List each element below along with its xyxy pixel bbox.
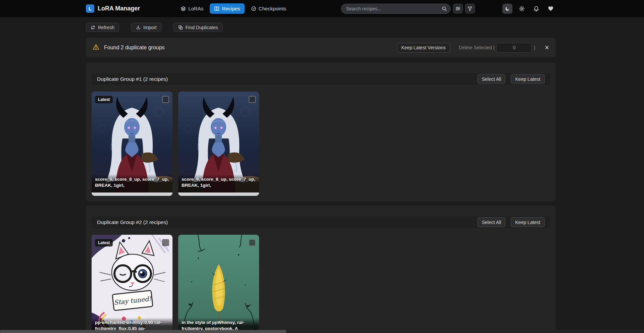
bell-icon [533, 6, 539, 12]
refresh-button-label: Refresh [98, 25, 114, 30]
group-2-cards: Latest pp-enchanted-whimsy:0.90 ral-frct… [92, 235, 550, 333]
tab-checkpoints[interactable]: Checkpoints [247, 3, 291, 14]
select-checkbox[interactable] [249, 239, 256, 246]
delete-count-input[interactable] [497, 43, 532, 53]
top-nav-bar: L LoRA Manager LoRAs Recipes [0, 0, 644, 17]
heart-icon [548, 6, 554, 12]
tab-loras-label: LoRAs [188, 6, 203, 11]
group-2-keep-latest-button[interactable]: Keep Latest [511, 217, 545, 227]
horizontal-scrollbar-thumb[interactable] [0, 330, 286, 333]
search-input[interactable] [341, 4, 451, 14]
recipe-card[interactable]: Latest pp-enchanted-whimsy:0.90 ral-frct… [92, 235, 172, 333]
recipe-book-icon [214, 6, 219, 11]
main-nav: LoRAs Recipes Checkpoints [176, 3, 291, 14]
close-icon: × [545, 43, 549, 52]
nav-right-actions [502, 4, 556, 14]
latest-badge: Latest [95, 239, 113, 246]
group-1-header: Duplicate Group #1 (2 recipes) Select Al… [92, 73, 550, 85]
duplicates-alert-banner: Found 2 duplicate groups Keep Latest Ver… [86, 38, 556, 57]
recipe-card[interactable]: Latest score_9, score_8_up, score_7_up, … [92, 92, 172, 196]
recipe-caption: score_9, score_8_up, score_7_up, BREAK, … [92, 174, 172, 192]
recipes-toolbar: Refresh Import Find Duplicates [86, 23, 556, 32]
group-2-actions: Select All Keep Latest [478, 217, 545, 227]
main-content: Refresh Import Find Duplicates [86, 23, 556, 333]
tab-checkpoints-label: Checkpoints [259, 6, 287, 11]
select-checkbox[interactable] [162, 96, 169, 103]
horizontal-scrollbar[interactable] [0, 330, 644, 333]
group-2-title: Duplicate Group #2 (2 recipes) [97, 219, 168, 225]
group-2-select-all-button[interactable]: Select All [478, 217, 506, 227]
delete-selected-prefix: Delete Selected ( [459, 45, 495, 50]
duplicate-group-panel-1: Duplicate Group #1 (2 recipes) Select Al… [86, 62, 556, 202]
tab-recipes[interactable]: Recipes [210, 3, 244, 14]
import-button-label: Import [143, 25, 157, 30]
app-title: LoRA Manager [98, 5, 140, 12]
select-checkbox[interactable] [162, 239, 169, 246]
group-1-title: Duplicate Group #1 (2 recipes) [97, 76, 168, 82]
import-button[interactable]: Import [131, 23, 161, 32]
filter-button[interactable] [465, 4, 475, 13]
delete-selected-suffix: ) [534, 45, 535, 50]
group-1-actions: Select All Keep Latest [478, 74, 545, 84]
app-logo-letter: L [89, 6, 92, 11]
refresh-button[interactable]: Refresh [86, 23, 119, 32]
funnel-icon [467, 6, 473, 11]
group-1-keep-latest-button[interactable]: Keep Latest [511, 74, 545, 84]
recipe-caption: score_9, score_8_up, score_7_up, BREAK, … [178, 174, 259, 192]
sliders-icon [455, 6, 460, 11]
import-icon [136, 25, 141, 30]
group-1-cards: Latest score_9, score_8_up, score_7_up, … [92, 92, 550, 196]
card-footer [178, 192, 259, 196]
app-brand: L LoRA Manager [86, 4, 140, 13]
keep-latest-versions-button[interactable]: Keep Latest Versions [397, 43, 450, 53]
delete-selected-group: Delete Selected ( ) [459, 43, 535, 53]
duplicates-icon [178, 25, 183, 30]
moon-icon [505, 6, 510, 11]
group-2-header: Duplicate Group #2 (2 recipes) Select Al… [92, 216, 550, 228]
sort-options-button[interactable] [453, 4, 463, 13]
warning-icon [93, 44, 99, 52]
latest-badge: Latest [95, 96, 113, 103]
settings-button[interactable] [517, 4, 527, 14]
theme-toggle-button[interactable] [502, 4, 512, 14]
find-duplicates-button-label: Find Duplicates [186, 25, 218, 30]
alert-actions: Keep Latest Versions Delete Selected ( )… [397, 43, 549, 53]
group-1-select-all-button[interactable]: Select All [478, 74, 506, 84]
gear-icon [519, 6, 525, 12]
refresh-icon [91, 25, 95, 30]
search-icon[interactable] [442, 6, 447, 13]
recipe-card[interactable]: in the style of ppWhimsy, ral-frctlgmtry… [178, 235, 259, 333]
tab-recipes-label: Recipes [222, 6, 240, 11]
alert-message: Found 2 duplicate groups [104, 45, 165, 51]
favorites-button[interactable] [546, 4, 556, 14]
layers-icon [181, 6, 186, 11]
duplicate-group-panel-2: Duplicate Group #2 (2 recipes) Select Al… [86, 206, 556, 333]
search-bar [341, 4, 451, 14]
check-circle-icon [251, 6, 256, 11]
recipe-card[interactable]: score_9, score_8_up, score_7_up, BREAK, … [178, 92, 259, 196]
tab-loras[interactable]: LoRAs [176, 3, 208, 14]
close-alert-button[interactable]: × [545, 44, 549, 51]
notifications-button[interactable] [531, 4, 541, 14]
find-duplicates-button[interactable]: Find Duplicates [174, 23, 223, 32]
select-checkbox[interactable] [249, 96, 256, 103]
app-logo-icon: L [86, 4, 94, 13]
card-footer [92, 192, 172, 196]
